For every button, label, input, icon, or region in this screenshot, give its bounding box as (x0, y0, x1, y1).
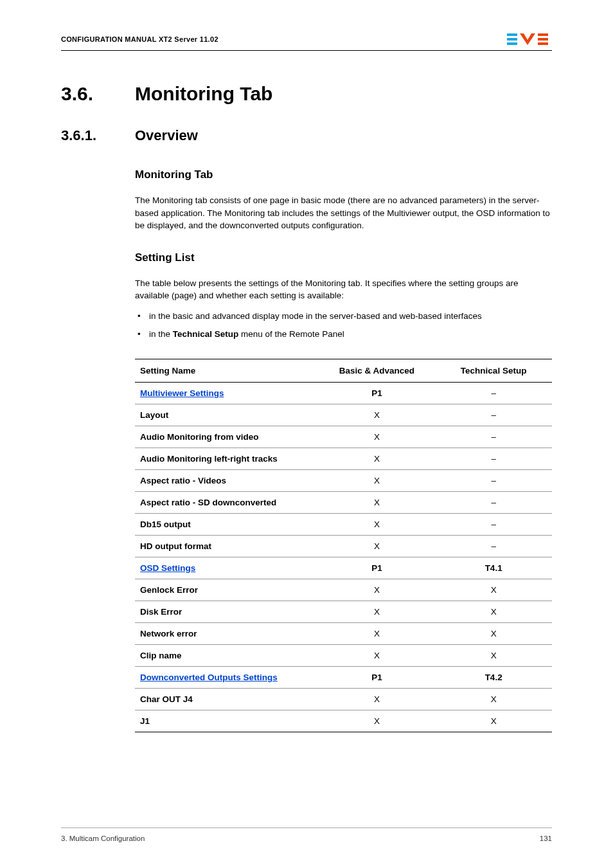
section-heading: Monitoring Tab (135, 83, 272, 105)
table-cell-basic-advanced: X (319, 579, 436, 601)
table-cell-setting-name: Audio Monitoring left-right tracks (135, 448, 319, 470)
table-cell-technical-setup: T4.1 (435, 557, 552, 579)
table-cell-setting-name: Genlock Error (135, 579, 319, 601)
svg-rect-6 (546, 33, 548, 36)
bullet-text-pre: in the (149, 329, 173, 339)
table-row: Char OUT J4XX (135, 689, 552, 710)
table-cell-basic-advanced: X (319, 448, 436, 470)
table-cell-setting-name: HD output format (135, 536, 319, 557)
svg-rect-7 (538, 42, 540, 45)
table-row: Genlock ErrorXX (135, 579, 552, 601)
table-cell-technical-setup: X (435, 623, 552, 645)
table-cell-technical-setup: X (435, 689, 552, 710)
svg-rect-1 (507, 38, 517, 41)
table-row: HD output formatX– (135, 536, 552, 557)
table-cell-basic-advanced: P1 (319, 667, 436, 689)
table-header-setting-name: Setting Name (135, 359, 319, 383)
heading-setting-list: Setting List (135, 251, 552, 264)
table-cell-basic-advanced: X (319, 623, 436, 645)
table-cell-basic-advanced: X (319, 492, 436, 514)
table-row: Clip nameXX (135, 645, 552, 667)
footer-section-name: 3. Multicam Configuration (61, 835, 145, 842)
table-cell-basic-advanced: X (319, 601, 436, 623)
table-cell-technical-setup: X (435, 645, 552, 667)
paragraph-setting-list-desc: The table below presents the settings of… (135, 277, 552, 302)
table-cell-setting-name: Network error (135, 623, 319, 645)
table-row: Audio Monitoring from videoX– (135, 426, 552, 448)
table-cell-basic-advanced: X (319, 710, 436, 732)
table-cell-basic-advanced: X (319, 645, 436, 667)
bullet-text-post: menu of the Remote Panel (238, 329, 344, 339)
table-cell-technical-setup: – (435, 404, 552, 426)
table-cell-setting-name: Char OUT J4 (135, 689, 319, 710)
paragraph-monitoring-desc: The Monitoring tab consists of one page … (135, 194, 552, 232)
table-row: Disk ErrorXX (135, 601, 552, 623)
table-row: Multiviewer SettingsP1– (135, 383, 552, 404)
table-link[interactable]: OSD Settings (140, 563, 195, 573)
settings-table: Setting Name Basic & Advanced Technical … (135, 359, 552, 732)
table-row: J1XX (135, 710, 552, 732)
table-row: Aspect ratio - VideosX– (135, 470, 552, 492)
table-row: Network errorXX (135, 623, 552, 645)
table-cell-setting-name[interactable]: Multiviewer Settings (135, 383, 319, 404)
table-cell-basic-advanced: X (319, 426, 436, 448)
table-header-basic-advanced: Basic & Advanced (319, 359, 436, 383)
bullet-item: in the Technical Setup menu of the Remot… (135, 328, 552, 341)
heading-monitoring-tab: Monitoring Tab (135, 168, 552, 181)
table-cell-setting-name[interactable]: Downconverted Outputs Settings (135, 667, 319, 689)
table-header-technical-setup: Technical Setup (435, 359, 552, 383)
table-cell-basic-advanced: P1 (319, 557, 436, 579)
table-row: LayoutX– (135, 404, 552, 426)
table-cell-basic-advanced: X (319, 404, 436, 426)
table-cell-basic-advanced: X (319, 536, 436, 557)
table-cell-technical-setup: – (435, 426, 552, 448)
table-row: Aspect ratio - SD downconvertedX– (135, 492, 552, 514)
content-area: Monitoring Tab The Monitoring tab consis… (135, 168, 552, 732)
svg-rect-0 (507, 33, 517, 36)
table-cell-setting-name: J1 (135, 710, 319, 732)
table-cell-setting-name: Aspect ratio - Videos (135, 470, 319, 492)
subsection-number: 3.6.1. (61, 127, 135, 144)
table-header-row: Setting Name Basic & Advanced Technical … (135, 359, 552, 383)
bullet-item: in the basic and advanced display mode i… (135, 310, 552, 323)
table-cell-setting-name: Db15 output (135, 514, 319, 536)
table-cell-technical-setup: – (435, 514, 552, 536)
svg-rect-2 (507, 42, 517, 45)
table-row: Db15 outputX– (135, 514, 552, 536)
table-cell-technical-setup: – (435, 448, 552, 470)
table-row: Audio Monitoring left-right tracksX– (135, 448, 552, 470)
table-cell-technical-setup: X (435, 601, 552, 623)
table-cell-technical-setup: – (435, 492, 552, 514)
table-cell-technical-setup: T4.2 (435, 667, 552, 689)
table-cell-setting-name[interactable]: OSD Settings (135, 557, 319, 579)
table-cell-setting-name: Disk Error (135, 601, 319, 623)
header-title: CONFIGURATION MANUAL XT2 Server 11.02 (61, 35, 218, 43)
table-cell-basic-advanced: P1 (319, 383, 436, 404)
table-cell-technical-setup: – (435, 383, 552, 404)
section-number: 3.6. (61, 83, 135, 105)
table-cell-basic-advanced: X (319, 514, 436, 536)
table-link[interactable]: Downconverted Outputs Settings (140, 673, 278, 682)
section-title: 3.6. Monitoring Tab (61, 83, 552, 105)
table-row: Downconverted Outputs SettingsP1T4.2 (135, 667, 552, 689)
bullet-text-bold: Technical Setup (173, 329, 239, 339)
table-cell-setting-name: Layout (135, 404, 319, 426)
table-cell-technical-setup: – (435, 536, 552, 557)
bullet-list: in the basic and advanced display mode i… (135, 310, 552, 341)
svg-rect-4 (538, 38, 548, 41)
table-cell-technical-setup: X (435, 710, 552, 732)
page-footer: 3. Multicam Configuration 131 (61, 827, 552, 842)
table-cell-technical-setup: X (435, 579, 552, 601)
table-link[interactable]: Multiviewer Settings (140, 388, 224, 398)
subsection-heading: Overview (135, 127, 198, 144)
table-cell-setting-name: Clip name (135, 645, 319, 667)
evs-logo (507, 32, 552, 46)
page-header: CONFIGURATION MANUAL XT2 Server 11.02 (61, 32, 552, 51)
table-cell-technical-setup: – (435, 470, 552, 492)
table-cell-setting-name: Aspect ratio - SD downconverted (135, 492, 319, 514)
table-row: OSD SettingsP1T4.1 (135, 557, 552, 579)
table-cell-setting-name: Audio Monitoring from video (135, 426, 319, 448)
table-cell-basic-advanced: X (319, 470, 436, 492)
footer-page-number: 131 (540, 835, 552, 842)
subsection-title: 3.6.1. Overview (61, 127, 552, 144)
